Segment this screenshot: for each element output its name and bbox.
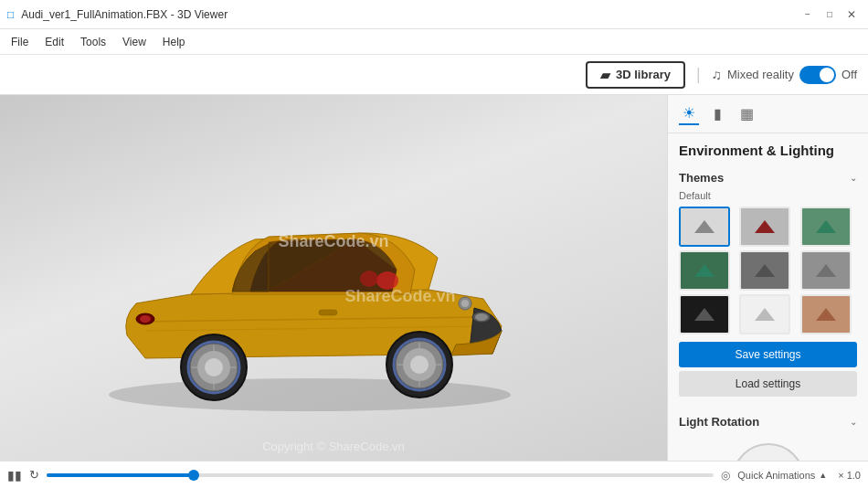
3d-library-button[interactable]: ▰ 3D library [586,61,685,89]
close-button[interactable]: ✕ [842,5,861,24]
car-model [72,134,547,421]
svg-point-4 [475,313,488,321]
panel-tabs: ☀ ▮ ▦ [668,95,868,133]
mixed-reality-toggle[interactable] [799,66,836,84]
themes-label: Themes [679,171,724,185]
mixed-reality-icon: ♫ [712,67,722,82]
viewport[interactable]: ShareCode.vn ShareCode.vn Copyright © Sh… [0,95,667,461]
themes-section: Themes ⌄ Default [668,164,868,408]
svg-point-0 [109,378,511,411]
svg-marker-29 [755,220,775,233]
theme-preview-7 [681,296,728,333]
play-pause-button[interactable]: ▮▮ [7,468,22,483]
window-title: Audi_ver1_FullAnimation.FBX - 3D Viewer [21,8,228,21]
svg-point-10 [410,355,429,374]
svg-point-6 [140,315,151,323]
theme-item-5[interactable] [739,250,790,291]
3d-library-icon: ▰ [600,68,610,82]
title-bar-left: □ Audi_ver1_FullAnimation.FBX - 3D Viewe… [7,8,228,21]
quick-animations-label[interactable]: Quick Animations ▲ [737,470,827,481]
svg-marker-35 [755,308,775,321]
maximize-button[interactable]: □ [820,5,839,24]
theme-item-9[interactable] [800,294,852,334]
theme-item-1[interactable] [679,207,730,247]
theme-preview-4 [681,252,728,289]
theme-preview-8 [741,296,789,333]
svg-marker-32 [755,264,775,277]
mixed-reality-label: Mixed reality [727,68,794,81]
progress-fill [47,473,194,477]
svg-marker-36 [816,308,836,321]
title-bar: □ Audi_ver1_FullAnimation.FBX - 3D Viewe… [0,0,868,29]
themes-section-header[interactable]: Themes ⌄ [679,171,857,185]
loop-button[interactable]: ↻ [29,468,39,482]
svg-point-2 [360,271,378,287]
progress-bar[interactable] [47,473,714,477]
theme-grid [679,207,857,334]
theme-preview-6 [802,252,850,289]
camera-icon: ◎ [721,469,730,482]
title-bar-controls: − □ ✕ [799,5,861,24]
save-settings-button[interactable]: Save settings [679,342,857,367]
theme-item-8[interactable] [739,294,790,334]
progress-thumb [188,470,199,481]
toggle-knob [820,68,834,82]
svg-point-27 [461,300,469,307]
theme-preview-2 [741,208,789,245]
tab-lighting[interactable]: ☀ [679,102,699,125]
light-rotation-header[interactable]: Light Rotation ⌄ [679,415,857,429]
light-rotation-label: Light Rotation [679,415,759,429]
theme-item-6[interactable] [800,250,852,291]
bottom-bar: ▮▮ ↻ ◎ Quick Animations ▲ × 1.0 [0,461,868,488]
mixed-reality-group: ♫ Mixed reality Off [712,66,857,84]
menu-help[interactable]: Help [155,34,193,50]
menu-view[interactable]: View [115,34,153,50]
3d-library-label: 3D library [616,68,671,81]
tab-tiles[interactable]: ▦ [736,103,757,124]
svg-rect-25 [319,310,337,315]
svg-point-1 [376,271,398,290]
light-dial[interactable]: ☀ ⇓ [732,443,805,461]
minimize-button[interactable]: − [799,5,817,24]
toolbar-divider: | [696,65,701,84]
copyright-watermark: Copyright © ShareCode.vn [262,440,405,453]
tab-grid[interactable]: ▮ [710,103,725,124]
theme-preview-3 [802,208,850,245]
panel-title: Environment & Lighting [668,133,868,164]
light-rotation-section: Light Rotation ⌄ ☀ ⇓ [668,408,868,461]
theme-preview-9 [802,296,850,333]
right-panel: ☀ ▮ ▦ Environment & Lighting Themes ⌄ De… [667,95,868,461]
load-settings-button[interactable]: Load settings [679,371,857,397]
themes-chevron-icon: ⌄ [850,173,857,183]
quick-animations-text: Quick Animations [737,470,815,481]
theme-item-7[interactable] [679,294,730,334]
theme-preview-5 [741,252,789,289]
svg-marker-31 [694,264,715,277]
theme-item-4[interactable] [679,250,730,291]
svg-marker-34 [694,308,715,321]
toolbar: ▰ 3D library | ♫ Mixed reality Off [0,55,868,95]
theme-item-3[interactable] [800,207,852,247]
menu-edit[interactable]: Edit [37,34,71,50]
app-icon: □ [7,8,14,21]
main-layout: ShareCode.vn ShareCode.vn Copyright © Sh… [0,95,868,461]
menu-tools[interactable]: Tools [73,34,113,50]
svg-point-19 [205,358,223,377]
menu-file[interactable]: File [4,34,36,50]
speed-label: × 1.0 [838,470,861,481]
light-dial-container: ☀ ⇓ [679,434,857,461]
quick-animations-chevron-icon: ▲ [819,471,827,480]
light-rotation-chevron-icon: ⌄ [850,417,857,427]
theme-item-2[interactable] [739,207,790,247]
svg-marker-28 [694,220,715,233]
menu-bar: File Edit Tools View Help [0,29,868,55]
svg-marker-30 [816,220,836,233]
themes-sub-label: Default [679,190,857,201]
svg-marker-33 [816,264,836,277]
mixed-reality-off-label: Off [842,68,857,81]
theme-preview-1 [681,208,728,245]
